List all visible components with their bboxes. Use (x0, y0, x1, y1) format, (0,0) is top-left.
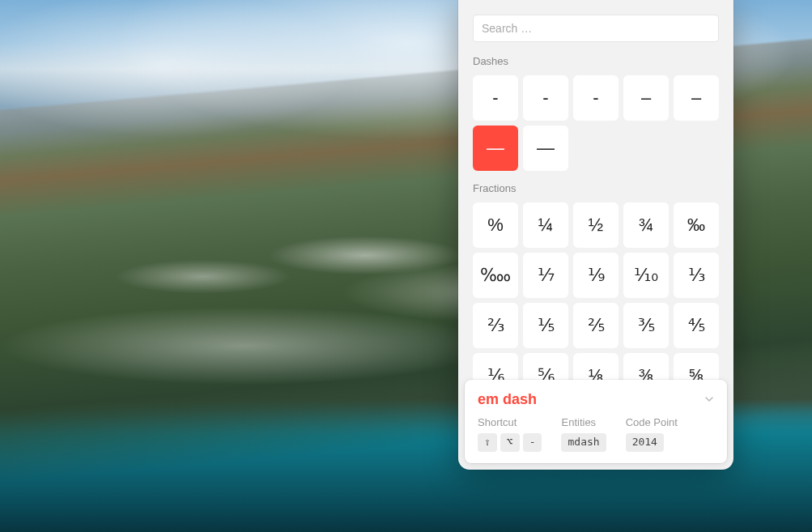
search-input[interactable] (473, 15, 719, 42)
detail-codepoint-col: Code Point 2014 (626, 416, 678, 452)
detail-title: em dash (478, 391, 537, 408)
glyph-per-ten-thousand[interactable]: ‱ (473, 253, 518, 298)
detail-shortcut-label: Shortcut (478, 416, 542, 428)
detail-entities-label: Entities (561, 416, 606, 428)
codepoint-chip[interactable]: 2014 (626, 433, 664, 452)
glyph-en-dash[interactable]: – (623, 75, 669, 121)
entity-chip[interactable]: mdash (561, 433, 606, 452)
grid-fractions: %¼½¾‰‱⅐⅑⅒⅓⅔⅕⅖⅗⅘⅙⅚⅛⅜⅝ (473, 202, 719, 398)
glyph-hyphen-minus[interactable]: - (473, 75, 518, 121)
glyph-hyphen[interactable]: - (523, 75, 568, 121)
shortcut-key-chip: - (523, 433, 542, 452)
detail-header[interactable]: em dash (478, 391, 714, 408)
glyph-two-fifths[interactable]: ⅖ (573, 303, 619, 348)
chevron-down-icon[interactable] (704, 394, 714, 406)
section-label-dashes: Dashes (473, 55, 719, 67)
glyph-three-fifths[interactable]: ⅗ (623, 303, 669, 348)
glyph-one-third[interactable]: ⅓ (674, 253, 719, 298)
glyph-detail-card: em dash Shortcut ⇧⌥- Entities mdash Code… (465, 380, 727, 463)
glyph-per-mille[interactable]: ‰ (674, 202, 719, 248)
glyph-percent[interactable]: % (473, 202, 518, 248)
shortcut-key-chip: ⇧ (478, 433, 497, 452)
detail-entities-col: Entities mdash (561, 416, 606, 452)
glyph-figure-dash[interactable]: – (674, 75, 719, 121)
glyph-em-dash[interactable]: — (473, 126, 518, 171)
grid-dashes: ---––—― (473, 75, 719, 171)
glyph-horizontal-bar[interactable]: ― (523, 126, 568, 171)
glyph-picker-panel: Dashes ---––—― Fractions %¼½¾‰‱⅐⅑⅒⅓⅔⅕⅖⅗⅘… (458, 0, 733, 470)
glyph-one-quarter[interactable]: ¼ (523, 202, 568, 248)
glyph-four-fifths[interactable]: ⅘ (674, 303, 719, 348)
glyph-one-half[interactable]: ½ (573, 202, 619, 248)
glyph-one-ninth[interactable]: ⅑ (573, 253, 619, 298)
glyph-two-thirds[interactable]: ⅔ (473, 303, 518, 348)
shortcut-chips: ⇧⌥- (478, 433, 542, 452)
glyph-non-breaking-hyphen[interactable]: - (573, 75, 619, 121)
entities-chips: mdash (561, 433, 606, 452)
glyph-three-quarters[interactable]: ¾ (623, 202, 669, 248)
detail-codepoint-label: Code Point (626, 416, 678, 428)
detail-shortcut-col: Shortcut ⇧⌥- (478, 416, 542, 452)
glyph-one-seventh[interactable]: ⅐ (523, 253, 568, 298)
detail-columns: Shortcut ⇧⌥- Entities mdash Code Point 2… (478, 416, 714, 452)
search-container (458, 0, 733, 50)
section-label-fractions: Fractions (473, 182, 719, 194)
codepoint-chips: 2014 (626, 433, 678, 452)
glyph-one-fifth[interactable]: ⅕ (523, 303, 568, 348)
shortcut-key-chip: ⌥ (500, 433, 520, 452)
glyph-one-tenth[interactable]: ⅒ (623, 253, 669, 298)
